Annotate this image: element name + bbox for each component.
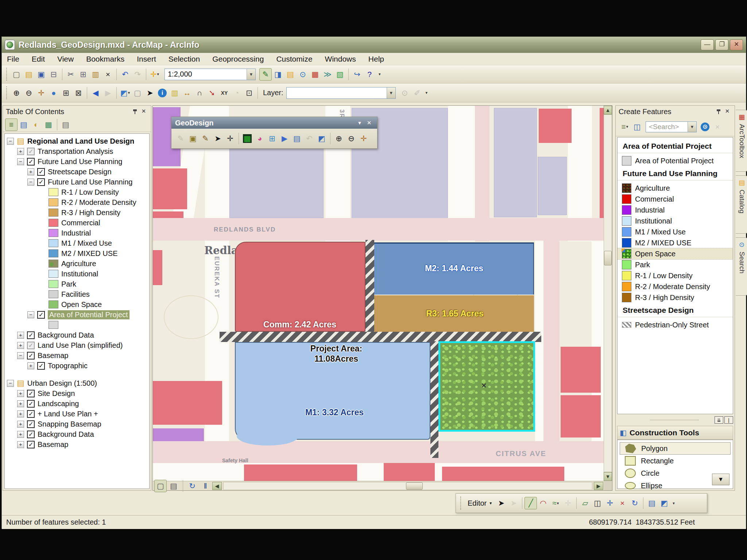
visibility-checkbox[interactable]: ✓ <box>27 400 35 408</box>
menu-file[interactable]: File <box>7 55 19 63</box>
whats-this-icon[interactable]: ? <box>363 68 376 81</box>
layer-label[interactable]: Regional and Land Use Design <box>27 137 134 145</box>
editor-toolbar-toggle-icon[interactable]: ✎ <box>259 68 272 81</box>
undo-icon[interactable]: ↶ <box>119 68 131 81</box>
visibility-checkbox[interactable]: ✓ <box>27 352 35 359</box>
legend-swatch[interactable] <box>49 198 58 206</box>
toc-layer-row[interactable]: R-3 / High Density <box>5 207 149 218</box>
print-icon[interactable]: ⊟ <box>47 68 60 81</box>
layout-view-icon[interactable]: ▤ <box>167 480 180 492</box>
layer-label[interactable]: Snapping Basemap <box>38 420 101 428</box>
toc-layer-row[interactable]: Commercial <box>5 218 149 228</box>
close-icon[interactable]: ✕ <box>139 108 148 116</box>
gd-zoom-out-icon[interactable]: ⊖ <box>345 132 357 145</box>
toc-layer-row[interactable]: +✓Site Design <box>5 388 149 398</box>
menu-geoprocessing[interactable]: Geoprocessing <box>212 55 264 63</box>
legend-swatch[interactable] <box>49 260 58 268</box>
layer-label[interactable]: M1 / Mixed Use <box>61 239 112 248</box>
zoom-in-icon[interactable]: ⊕ <box>10 87 23 99</box>
toc-layer-row[interactable]: R-2 / Moderate Density <box>5 197 149 207</box>
legend-swatch[interactable] <box>49 239 58 247</box>
toc-layer-row[interactable]: +✓Basemap <box>5 439 149 450</box>
visibility-checkbox[interactable]: ✓ <box>27 441 35 448</box>
visibility-checkbox[interactable]: ✓ <box>37 311 45 319</box>
move-link-icon[interactable]: ✛ <box>604 497 616 509</box>
layer-label[interactable]: Site Design <box>38 389 75 398</box>
panel-splitter[interactable]: ⇊ ❘ <box>617 416 733 424</box>
visibility-checkbox[interactable]: ✓ <box>27 158 35 166</box>
select-features-icon[interactable]: ◩▾ <box>119 87 131 99</box>
gd-summary-table-icon[interactable]: ▦ <box>241 132 253 145</box>
layer-label[interactable]: Park <box>61 280 76 288</box>
layer-label[interactable]: Future Land Use Planning <box>48 178 132 186</box>
arctoolbox-window-icon[interactable]: ▦ <box>309 68 321 81</box>
sketch-properties-icon[interactable]: ◩ <box>658 497 670 509</box>
gd-select-arrow-icon[interactable]: ➤ <box>212 132 224 145</box>
layer-label[interactable]: Agriculture <box>61 260 96 268</box>
expand-icon[interactable]: + <box>17 148 24 155</box>
full-extent-icon[interactable]: ● <box>47 87 60 99</box>
clear-selected-features-icon[interactable]: ▢ <box>131 87 144 99</box>
map-view[interactable]: REDLANDS BLVD Redla EUREKA ST 3RD ST CIT… <box>152 105 612 491</box>
collapse-icon[interactable]: − <box>17 352 24 359</box>
legend-swatch[interactable] <box>49 280 58 288</box>
layer-label[interactable]: Area of Potential Project <box>48 310 129 319</box>
python-window-icon[interactable]: ≫ <box>321 68 334 81</box>
legend-swatch[interactable] <box>49 249 58 257</box>
menu-view[interactable]: View <box>57 55 74 63</box>
legend-swatch[interactable] <box>49 321 58 329</box>
catalog-window-icon[interactable]: ▤ <box>284 68 297 81</box>
straight-segment-icon[interactable]: ╱ <box>525 497 537 509</box>
data-view-icon[interactable]: ▢ <box>154 480 167 492</box>
toc-layer-row[interactable]: +✓Topographic <box>5 361 149 371</box>
feature-template-m2-mixed-use[interactable]: M2 / MIXED USE <box>618 237 733 248</box>
legend-swatch[interactable] <box>49 219 58 227</box>
chevron-down-icon[interactable]: ▾ <box>557 501 559 506</box>
toc-layer-row[interactable]: Institutional <box>5 269 149 279</box>
feature-template-m1-mixed-use[interactable]: M1 / Mixed Use <box>618 226 733 237</box>
toc-layer-row[interactable]: Agriculture <box>5 258 149 269</box>
list-by-visibility-icon[interactable]: ◐ <box>30 118 42 131</box>
new-map-icon[interactable]: ▢ <box>10 68 23 81</box>
time-slider-icon[interactable]: ◔ <box>231 87 243 99</box>
expand-icon[interactable]: + <box>17 390 24 397</box>
layer-label[interactable]: Topographic <box>48 362 88 370</box>
vertical-scroll-thumb[interactable] <box>604 251 612 265</box>
toc-layer-row[interactable]: R-1 / Low Density <box>5 187 149 197</box>
chevron-down-icon[interactable]: ▾ <box>355 120 364 126</box>
add-data-icon[interactable]: ✛▾ <box>148 68 161 81</box>
visibility-checkbox[interactable]: ✓ <box>37 178 45 186</box>
attributes-icon[interactable]: ▤ <box>646 497 658 509</box>
toc-layer-row[interactable]: +✓Streetscape Design <box>5 167 149 177</box>
layer-label[interactable]: Basemap <box>38 351 69 360</box>
find-route-icon[interactable]: ➘ <box>206 87 218 99</box>
gd-edit-pencil-icon[interactable]: ✎ <box>174 132 187 145</box>
clear-search-icon[interactable]: × <box>711 121 724 133</box>
select-elements-icon[interactable]: ➤ <box>144 87 156 99</box>
layer-picker-icon[interactable]: ✐ <box>411 87 423 99</box>
toc-layer-row[interactable]: M1 / Mixed Use <box>5 238 149 248</box>
layer-label[interactable]: Open Space <box>61 300 102 309</box>
toc-layer-row[interactable]: +✓+ Land Use Plan + <box>5 409 149 419</box>
toc-options-icon[interactable]: ▤ <box>59 118 72 131</box>
map-scale-combo[interactable]: 1:2,000 ▼ <box>165 69 256 80</box>
toc-layer-row[interactable]: −✓Future Land Use Planning <box>5 177 149 187</box>
construction-tool-rectangle[interactable]: Rectangle <box>620 455 731 467</box>
construction-tool-polygon[interactable]: Polygon <box>620 442 731 455</box>
rotate-tool-icon[interactable]: ↻ <box>628 497 641 509</box>
restore-button[interactable]: ❐ <box>715 39 728 50</box>
expand-icon[interactable]: + <box>17 411 24 417</box>
toc-layer-row[interactable]: Industrial <box>5 228 149 238</box>
search-window-icon[interactable]: ⊙ <box>297 68 309 81</box>
vertex-edit-icon[interactable]: ▱ <box>579 497 591 509</box>
expand-icon[interactable]: + <box>27 168 34 175</box>
go-forward-extent-icon[interactable]: ▶ <box>102 87 114 99</box>
toc-layer-row[interactable]: +✓Background Data <box>5 429 149 439</box>
redo-icon[interactable]: ↷ <box>131 68 144 81</box>
feature-template-institutional[interactable]: Institutional <box>618 215 733 226</box>
side-tab-catalog[interactable]: ▤Catalog <box>736 175 747 234</box>
toc-layer-row[interactable]: +✓Transportation Analysis <box>5 146 149 156</box>
expand-icon[interactable]: + <box>17 431 24 438</box>
layer-label[interactable]: Landscaping <box>38 400 79 408</box>
visibility-checkbox[interactable]: ✓ <box>27 148 35 155</box>
